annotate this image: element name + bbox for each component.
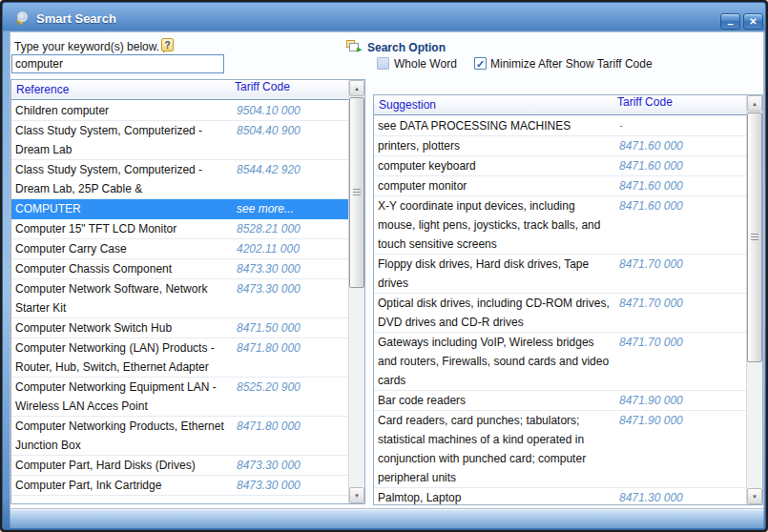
- tariff-code-cell: 8473.30 000: [235, 476, 348, 495]
- title-bar[interactable]: Smart Search – ✕: [5, 5, 768, 31]
- close-button[interactable]: ✕: [743, 13, 763, 30]
- application-window: Smart Search – ✕ Type your keyword(s) be…: [0, 0, 768, 532]
- item-text-cell: Class Study System, Computerized - Dream…: [11, 121, 235, 159]
- window-title: Smart Search: [36, 11, 116, 26]
- scroll-down-icon[interactable]: ▼: [349, 487, 364, 503]
- tariff-code-cell: 8544.42 920: [235, 160, 348, 198]
- item-text-cell: Card readers, card punches; tabulators; …: [374, 411, 617, 487]
- table-row[interactable]: Children computer9504.10 000: [11, 101, 348, 121]
- whole-word-label: Whole Word: [394, 57, 457, 71]
- left-scrollbar[interactable]: ▲ ▼: [348, 80, 364, 503]
- table-row[interactable]: Computer Networking (LAN) Products - Rou…: [11, 338, 348, 378]
- item-text-cell: Computer Chassis Component: [11, 259, 235, 278]
- suggestion-list: Suggestion Tariff Code see DATA PROCESSI…: [373, 94, 763, 505]
- minimize-button[interactable]: –: [720, 13, 740, 30]
- item-text-cell: Computer Part, Hard Disks (Drives): [11, 456, 235, 475]
- scroll-up-icon[interactable]: ▲: [747, 95, 762, 112]
- item-text-cell: computer monitor: [374, 176, 617, 195]
- scroll-up-icon[interactable]: ▲: [349, 80, 364, 96]
- suggestion-rows-container: see DATA PROCESSING MACHINES-printers, p…: [374, 116, 746, 504]
- tariff-code-cell: 9504.10 000: [235, 101, 348, 120]
- tariff-code-cell: 8471.70 000: [617, 255, 746, 293]
- item-text-cell: Computer Part, Ink Cartridge: [11, 476, 235, 495]
- tariff-code-cell: 8473.30 000: [235, 279, 348, 317]
- status-bar: [10, 509, 764, 528]
- whole-word-checkbox[interactable]: [377, 57, 389, 70]
- table-row[interactable]: Computer Networking Products, Ethernet J…: [11, 417, 348, 456]
- item-text-cell: Computer Network Software, Network Start…: [11, 279, 235, 317]
- tariff-code-cell: 8473.30 000: [235, 259, 348, 278]
- item-text-cell: computer keyboard: [374, 156, 617, 175]
- table-row[interactable]: computer monitor8471.60 000: [374, 176, 746, 196]
- tariff-code-cell: 8504.40 900: [235, 121, 348, 159]
- item-text-cell: see DATA PROCESSING MACHINES: [374, 116, 617, 135]
- scroll-down-icon[interactable]: ▼: [747, 488, 762, 504]
- item-text-cell: Computer Networking (LAN) Products - Rou…: [11, 338, 235, 377]
- table-row[interactable]: Palmtop, Laptop8471.30 000: [374, 488, 746, 504]
- table-row[interactable]: Computer Part, Hard Disks (Drives)8473.3…: [11, 456, 348, 476]
- item-text-cell: Computer Networking Equipment LAN - Wire…: [11, 378, 235, 416]
- item-text-cell: COMPUTER: [11, 199, 235, 218]
- window-frame: Smart Search – ✕ Type your keyword(s) be…: [2, 2, 766, 530]
- table-row[interactable]: X-Y coordinate input devices, including …: [374, 196, 746, 255]
- tariff-code-column-header[interactable]: Tariff Code: [235, 80, 290, 99]
- table-row[interactable]: COMPUTERsee more...: [11, 199, 348, 219]
- tariff-code-cell: 8471.60 000: [617, 196, 746, 254]
- item-text-cell: Computer Network Switch Hub: [11, 318, 235, 338]
- tariff-code-cell: 8528.21 000: [235, 219, 348, 238]
- tariff-code-cell: see more...: [235, 199, 348, 218]
- table-row[interactable]: Computer Chassis Component8473.30 000: [11, 259, 348, 279]
- reference-rows-container: Children computer9504.10 000Class Study …: [11, 101, 348, 503]
- reference-column-header[interactable]: Reference: [11, 80, 235, 99]
- tariff-code-cell: 4202.11 000: [235, 239, 348, 258]
- item-text-cell: printers, plotters: [374, 136, 617, 155]
- item-text-cell: Computer 15" TFT LCD Monitor: [11, 219, 235, 238]
- reference-list-header[interactable]: Reference Tariff Code: [11, 80, 348, 100]
- help-icon[interactable]: ?: [161, 38, 174, 51]
- keyword-input[interactable]: [11, 54, 224, 73]
- minimize-after-checkbox[interactable]: ✓: [474, 57, 487, 70]
- table-row[interactable]: Computer 15" TFT LCD Monitor8528.21 000: [11, 219, 348, 239]
- item-text-cell: Computer Networking Products, Ethernet J…: [11, 417, 235, 455]
- table-row[interactable]: Computer Network Software, Network Start…: [11, 279, 348, 318]
- table-row[interactable]: Floppy disk drives, Hard disk drives, Ta…: [374, 255, 746, 294]
- tariff-code-cell: 8471.60 000: [617, 136, 746, 155]
- tariff-code-column-header[interactable]: Tariff Code: [617, 95, 673, 114]
- table-row[interactable]: Optical disk drives, including CD-ROM dr…: [374, 294, 746, 333]
- table-row[interactable]: printers, plotters8471.60 000: [374, 136, 746, 156]
- tariff-code-cell: 8471.50 000: [235, 318, 348, 338]
- item-text-cell: Computer Carry Case: [11, 239, 235, 258]
- tariff-code-cell: 8471.80 000: [235, 417, 348, 455]
- suggestion-column-header[interactable]: Suggestion: [374, 95, 617, 114]
- tariff-code-cell: 8471.70 000: [617, 333, 746, 390]
- tariff-code-cell: 8473.30 000: [235, 456, 348, 475]
- item-text-cell: Optical disk drives, including CD-ROM dr…: [374, 294, 617, 332]
- table-row[interactable]: Computer Carry Case4202.11 000: [11, 239, 348, 259]
- tariff-code-cell: 8471.70 000: [617, 294, 746, 332]
- tariff-code-cell: 8471.80 000: [235, 338, 348, 377]
- scrollbar-thumb[interactable]: [349, 97, 364, 288]
- item-text-cell: Gateways including VoIP, Wireless bridge…: [374, 333, 617, 390]
- table-row[interactable]: Computer Networking Equipment LAN - Wire…: [11, 378, 348, 417]
- minimize-after-label: Minimize After Show Tariff Code: [490, 57, 653, 71]
- table-row[interactable]: Card readers, card punches; tabulators; …: [374, 411, 746, 488]
- item-text-cell: Class Study System, Computerized - Dream…: [11, 160, 235, 198]
- table-row[interactable]: see DATA PROCESSING MACHINES-: [374, 116, 746, 136]
- item-text-cell: Bar code readers: [374, 391, 617, 410]
- reference-list: Reference Tariff Code Children computer9…: [10, 79, 365, 504]
- table-row[interactable]: Bar code readers8471.90 000: [374, 391, 746, 411]
- table-row[interactable]: computer keyboard8471.60 000: [374, 156, 746, 176]
- table-row[interactable]: Gateways including VoIP, Wireless bridge…: [374, 333, 746, 391]
- suggestion-list-header[interactable]: Suggestion Tariff Code: [374, 95, 746, 115]
- table-row[interactable]: Computer Network Switch Hub8471.50 000: [11, 318, 348, 338]
- search-option-icon: ▶: [346, 40, 363, 54]
- table-row[interactable]: Class Study System, Computerized - Dream…: [11, 121, 348, 160]
- green-arrow-icon: ▶: [357, 46, 362, 53]
- right-scrollbar[interactable]: ▲ ▼: [746, 95, 762, 504]
- tariff-code-cell: 8471.60 000: [617, 176, 746, 195]
- table-row[interactable]: Computer Part, Ink Cartridge8473.30 000: [11, 476, 348, 496]
- item-text-cell: Palmtop, Laptop: [374, 488, 617, 504]
- tariff-code-cell: -: [617, 116, 746, 135]
- table-row[interactable]: Class Study System, Computerized - Dream…: [11, 160, 348, 199]
- scrollbar-thumb[interactable]: [747, 113, 762, 362]
